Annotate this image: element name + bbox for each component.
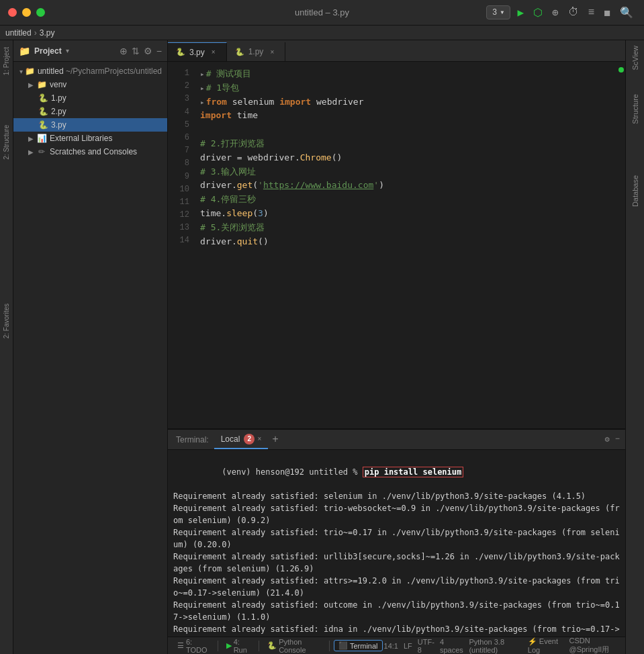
terminal-output[interactable]: (venv) henson@192 untitled % pip install… — [168, 450, 625, 637]
debug-button[interactable]: ⬡ — [531, 5, 545, 21]
term-out-3: Requirement already satisfied: trio~=0.1… — [173, 526, 620, 551]
breadcrumb: untitled › 3.py — [0, 26, 644, 40]
event-log[interactable]: ⚡ Event Log — [528, 637, 564, 654]
code-line-6: # 2.打开浏览器 — [200, 137, 612, 151]
titlebar: untitled – 3.py 3 ▾ ▶ ⬡ ⊕ ⏱ ≡ ◼ 🔍 — [0, 0, 644, 26]
python-console-button[interactable]: 🐍 Python Console — [263, 637, 325, 655]
tree-venv-item[interactable]: ▶ 📁 venv — [13, 78, 167, 91]
indent-info: 4 spaces — [440, 638, 464, 654]
1py-icon: 🐍 — [38, 93, 48, 103]
structure-right-tab[interactable]: Structure — [629, 89, 642, 130]
run-panel-label: 4: Run — [234, 638, 251, 654]
traffic-lights — [8, 8, 45, 17]
minimize-button[interactable] — [22, 8, 31, 17]
term-out-7: Requirement already satisfied: idna in .… — [173, 623, 620, 637]
breadcrumb-file[interactable]: 3.py — [40, 28, 55, 38]
code-line-4: import time — [200, 109, 612, 123]
code-line-2: ▸# 1导包 — [200, 81, 612, 95]
database-tab[interactable]: Database — [629, 170, 642, 212]
panel-right-icons: ⚙ − — [605, 434, 620, 445]
root-label: untitled ~/PycharmProjects/untitled — [38, 66, 162, 76]
local-terminal-tab[interactable]: Local 2 × — [214, 430, 269, 449]
tab-3py-icon: 🐍 — [176, 48, 185, 56]
window-title: untitled – 3.py — [295, 7, 349, 17]
terminal-bottom-icon: ⬛ — [338, 641, 348, 650]
3py-label: 3.py — [51, 120, 66, 130]
coverage-button[interactable]: ⊕ — [549, 5, 561, 21]
tree-2py-item[interactable]: 🐍 2.py — [13, 105, 167, 118]
term-out-1: Requirement already satisfied: selenium … — [173, 490, 620, 502]
status-bar: ☰ 6: TODO ▶ 4: Run 🐍 Python Console ⬛ Te… — [168, 637, 625, 654]
code-editor[interactable]: ▸# 测试项目 ▸# 1导包 ▸from selenium import web… — [195, 62, 617, 428]
encoding: UTF-8 — [418, 638, 434, 654]
run-panel-button[interactable]: ▶ 4: Run — [222, 637, 255, 655]
line-ending: LF — [404, 642, 412, 650]
toolbar-right: 3 ▾ ▶ ⬡ ⊕ ⏱ ≡ ◼ 🔍 — [486, 5, 636, 21]
tree-1py-item[interactable]: 🐍 1.py — [13, 91, 167, 105]
tree-root-item[interactable]: ▾ 📁 untitled ~/PycharmProjects/untitled — [13, 64, 167, 78]
search-button[interactable]: 🔍 — [617, 5, 636, 21]
tab-3py[interactable]: 🐍 3.py × — [168, 42, 227, 61]
profile-button[interactable]: ⏱ — [565, 5, 582, 20]
file-tree: ▾ 📁 untitled ~/PycharmProjects/untitled … — [13, 62, 167, 654]
sidebar-dropdown-icon[interactable]: ▾ — [66, 47, 69, 54]
project-tab[interactable]: 1: Project — [1, 43, 11, 79]
tab-1py-icon: 🐍 — [235, 48, 244, 56]
build-button[interactable]: ≡ — [586, 5, 598, 20]
python-version[interactable]: Python 3.8 (untitled) — [469, 638, 522, 654]
code-line-12: # 5.关闭浏览器 — [200, 221, 612, 235]
todo-button[interactable]: ☰ 6: TODO — [173, 637, 214, 655]
code-line-1: ▸# 测试项目 — [200, 67, 612, 81]
extlibs-arrow: ▶ — [27, 134, 35, 142]
tab-3py-close[interactable]: × — [209, 48, 218, 57]
terminal-badge: 2 — [244, 434, 255, 445]
run-button[interactable]: ▶ — [514, 5, 526, 21]
sidebar-header-icons: ⊕ ⇅ ⚙ − — [120, 46, 162, 56]
python-console-icon: 🐍 — [267, 641, 277, 650]
maximize-button[interactable] — [36, 8, 45, 17]
run-panel-icon: ▶ — [226, 641, 232, 650]
panel-close-icon[interactable]: − — [615, 434, 620, 445]
new-file-icon[interactable]: ⊕ — [120, 46, 128, 56]
tree-extlibs-item[interactable]: ▶ 📊 External Libraries — [13, 132, 167, 145]
collapse-icon[interactable]: − — [156, 46, 162, 56]
code-line-9: driver.get('https://www.baidu.com') — [200, 179, 612, 193]
chevron-down-icon: ▾ — [500, 7, 504, 17]
new-terminal-button[interactable]: + — [268, 434, 283, 446]
structure-tab[interactable]: 2: Structure — [1, 121, 11, 164]
scratches-icon: ✏ — [36, 146, 47, 157]
sync-icon[interactable]: ⇅ — [132, 46, 140, 56]
tab-1py[interactable]: 🐍 1.py × — [227, 42, 286, 61]
scview-tab[interactable]: ScView — [629, 40, 642, 75]
term-out-5: Requirement already satisfied: attrs>=19… — [173, 575, 620, 599]
stop-button[interactable]: ◼ — [601, 5, 613, 21]
run-config-button[interactable]: 3 ▾ — [486, 5, 510, 19]
python-console-label: Python Console — [279, 638, 321, 654]
gutter-ok-indicator — [618, 67, 624, 73]
code-line-10: # 4.停留三秒 — [200, 193, 612, 207]
favorites-tab[interactable]: 2: Favorites — [1, 299, 11, 342]
editor-tabs: 🐍 3.py × 🐍 1.py × — [168, 40, 625, 62]
3py-icon: 🐍 — [38, 120, 48, 130]
panel-settings-icon[interactable]: ⚙ — [605, 434, 610, 445]
2py-label: 2.py — [51, 107, 66, 116]
folder-icon: 📁 — [19, 46, 30, 56]
csdn-label: CSDN @SpringIl用 — [569, 637, 620, 654]
sidebar-title: Project — [34, 46, 62, 56]
code-line-14 — [200, 248, 612, 263]
tab-1py-label: 1.py — [248, 47, 264, 56]
tree-3py-item[interactable]: 🐍 3.py — [13, 118, 167, 132]
local-tab-close[interactable]: × — [257, 435, 261, 442]
tree-scratches-item[interactable]: ▶ ✏ Scratches and Consoles — [13, 145, 167, 158]
editor-main: 12345 678910 11121314 ▸# 测试项目 ▸# 1导包 ▸fr… — [168, 62, 625, 428]
settings-icon[interactable]: ⚙ — [144, 46, 152, 56]
terminal-label: Terminal: — [173, 435, 212, 445]
code-line-13: driver.quit() — [200, 235, 612, 249]
tab-1py-close[interactable]: × — [267, 47, 277, 56]
bottom-sep-2 — [259, 641, 259, 651]
terminal-bottom-button[interactable]: ⬛ Terminal — [334, 640, 383, 651]
close-button[interactable] — [8, 8, 17, 17]
venv-folder-icon: 📁 — [36, 79, 47, 90]
main-layout: 1: Project 2: Structure 2: Favorites 📁 P… — [0, 40, 644, 654]
breadcrumb-project[interactable]: untitled — [5, 28, 32, 38]
